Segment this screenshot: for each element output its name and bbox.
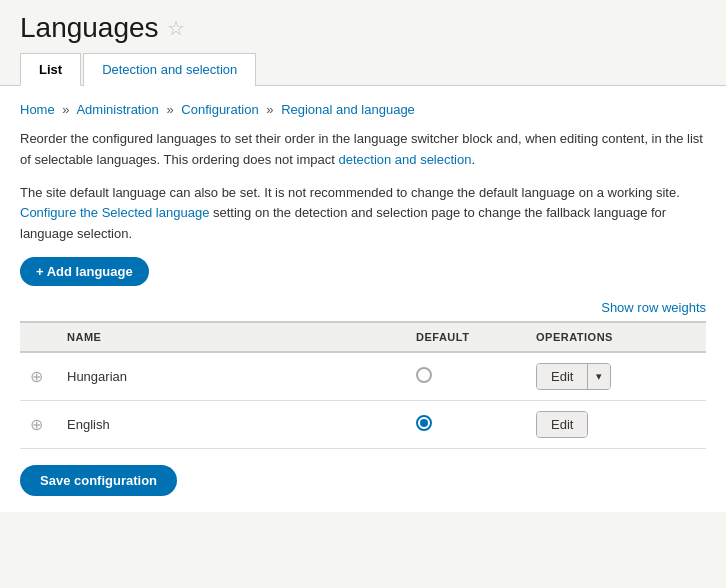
desc1-after: . [471, 152, 475, 167]
description-para1: Reorder the configured languages to set … [20, 129, 706, 171]
col-name: NAME [57, 322, 406, 352]
content-area: Home » Administration » Configuration » … [0, 86, 726, 512]
edit-dropdown-hungarian[interactable]: ▾ [587, 364, 610, 389]
operations-cell-hungarian: Edit ▾ [526, 352, 706, 401]
show-row-weights-link[interactable]: Show row weights [601, 300, 706, 315]
default-cell-hungarian [406, 352, 526, 401]
star-icon[interactable]: ☆ [167, 16, 185, 40]
radio-hungarian[interactable] [416, 367, 432, 383]
add-language-button[interactable]: + Add language [20, 257, 149, 286]
name-cell-english: English [57, 400, 406, 448]
edit-button-english[interactable]: Edit [537, 412, 587, 437]
col-default: DEFAULT [406, 322, 526, 352]
breadcrumb-configuration[interactable]: Configuration [181, 102, 258, 117]
detection-selection-link[interactable]: detection and selection [338, 152, 471, 167]
edit-group-english: Edit [536, 411, 588, 438]
radio-english[interactable] [416, 415, 432, 431]
breadcrumb: Home » Administration » Configuration » … [20, 102, 706, 117]
col-drag [20, 322, 57, 352]
languages-table: NAME DEFAULT OPERATIONS ⊕ Hungarian [20, 321, 706, 449]
operations-cell-english: Edit [526, 400, 706, 448]
drag-cell-hungarian: ⊕ [20, 352, 57, 401]
breadcrumb-sep-1: » [62, 102, 69, 117]
name-cell-hungarian: Hungarian [57, 352, 406, 401]
edit-group-hungarian: Edit ▾ [536, 363, 611, 390]
description-para2: The site default language can also be se… [20, 183, 706, 245]
desc2-before: The site default language can also be se… [20, 185, 680, 200]
drag-handle-english[interactable]: ⊕ [30, 416, 43, 433]
show-row-weights-wrapper: Show row weights [20, 300, 706, 315]
breadcrumb-regional[interactable]: Regional and language [281, 102, 415, 117]
drag-cell-english: ⊕ [20, 400, 57, 448]
breadcrumb-home[interactable]: Home [20, 102, 55, 117]
tab-list[interactable]: List [20, 53, 81, 86]
tabs-bar: List Detection and selection [0, 52, 726, 86]
breadcrumb-administration[interactable]: Administration [76, 102, 158, 117]
language-name-english: English [67, 417, 110, 432]
language-name-hungarian: Hungarian [67, 369, 127, 384]
page-wrapper: Languages ☆ List Detection and selection… [0, 0, 726, 588]
table-header-row: NAME DEFAULT OPERATIONS [20, 322, 706, 352]
page-title: Languages [20, 12, 159, 44]
breadcrumb-sep-2: » [166, 102, 173, 117]
drag-handle-hungarian[interactable]: ⊕ [30, 368, 43, 385]
edit-button-hungarian[interactable]: Edit [537, 364, 587, 389]
col-operations: OPERATIONS [526, 322, 706, 352]
page-header: Languages ☆ [0, 0, 726, 52]
tab-detection[interactable]: Detection and selection [83, 53, 256, 86]
default-cell-english [406, 400, 526, 448]
breadcrumb-sep-3: » [266, 102, 273, 117]
table-row: ⊕ English Edit [20, 400, 706, 448]
configure-selected-language-link[interactable]: Configure the Selected language [20, 205, 209, 220]
table-row: ⊕ Hungarian Edit ▾ [20, 352, 706, 401]
save-configuration-button[interactable]: Save configuration [20, 465, 177, 496]
